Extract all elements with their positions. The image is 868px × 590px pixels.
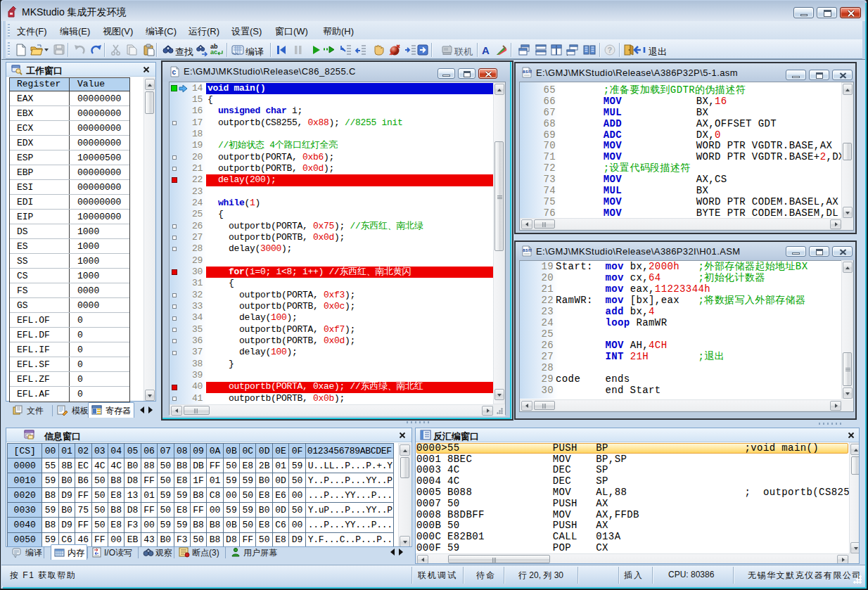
svg-text:?: ? xyxy=(608,46,613,54)
svg-text:asm: asm xyxy=(523,248,532,252)
svg-text:c: c xyxy=(172,68,177,76)
svg-text:asm: asm xyxy=(523,69,532,74)
